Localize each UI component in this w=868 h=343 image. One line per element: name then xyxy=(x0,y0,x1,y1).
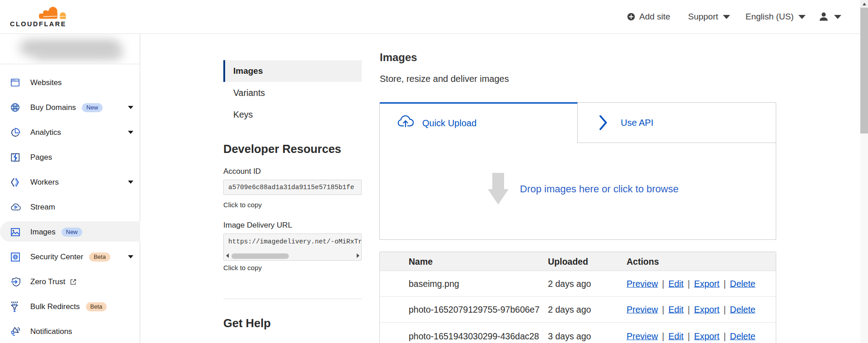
svg-text:WWW: WWW xyxy=(13,107,18,109)
svg-text:CLOUDFLARE: CLOUDFLARE xyxy=(10,20,66,27)
